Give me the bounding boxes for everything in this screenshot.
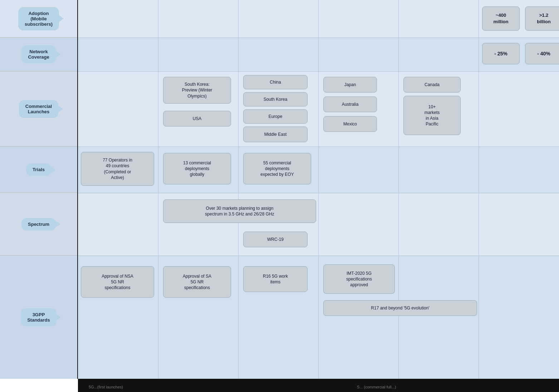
vline-1 — [158, 0, 158, 379]
commercial-europe: Europe — [243, 109, 308, 124]
3gpp-col1: Approval of NSA 5G NR specifications — [81, 266, 154, 298]
sidebar-row-network: Network Coverage — [0, 38, 77, 71]
sidebar-row-adoption: Adoption (Mobile subscribers) — [0, 0, 77, 38]
sidebar-row-3gpp: 3GPP Standards — [0, 255, 77, 379]
commercial-japan: Japan — [323, 77, 377, 93]
sidebar-row-trials: Trials — [0, 147, 77, 193]
hline-4 — [78, 193, 559, 193]
network-25: - 25% — [482, 43, 520, 64]
3gpp-col3: R16 5G work items — [243, 266, 308, 292]
3gpp-label: 3GPP Standards — [21, 308, 57, 326]
timeline-label-1: 5G...(first launches) — [89, 385, 123, 389]
sidebar: Adoption (Mobile subscribers) Network Co… — [0, 0, 78, 379]
spectrum-label: Spectrum — [21, 218, 56, 230]
adoption-1b: >1.2 billion — [525, 6, 559, 31]
hline-1 — [78, 38, 559, 38]
trials-col3: 55 commercial deployments expected by EO… — [243, 153, 311, 184]
timeline-bar: 5G...(first launches) S... (commercial f… — [78, 379, 559, 392]
commercial-south-korea: South Korea — [243, 92, 308, 106]
vline-3 — [318, 0, 319, 379]
adoption-400m: ~400 million — [482, 6, 520, 31]
3gpp-r17: R17 and beyond '5G evolution' — [323, 300, 477, 316]
trials-col1: 77 Operators in 49 countries (Completed … — [81, 152, 154, 186]
trials-label: Trials — [26, 163, 51, 176]
hline-5 — [78, 255, 559, 256]
commercial-sk-preview: South Korea: Preview (Winter Olympics) — [163, 77, 231, 104]
vline-4 — [398, 0, 399, 379]
sidebar-row-commercial: Commercial Launches — [0, 71, 77, 147]
commercial-mexico: Mexico — [323, 116, 377, 132]
spectrum-box1: Over 30 markets planning to assign spect… — [163, 199, 316, 223]
vline-2 — [238, 0, 239, 379]
commercial-middle-east: Middle East — [243, 126, 308, 142]
network-40: - 40% — [525, 43, 559, 64]
commercial-canada: Canada — [403, 77, 461, 93]
commercial-china: China — [243, 75, 308, 89]
commercial-label: Commercial Launches — [19, 100, 58, 118]
timeline-label-2: S... (commercial full...) — [357, 385, 396, 389]
commercial-australia: Australia — [323, 96, 377, 112]
3gpp-imt: IMT-2020 5G specifications approved — [323, 264, 395, 294]
3gpp-col2: Approval of SA 5G NR specifications — [163, 266, 231, 298]
adoption-label: Adoption (Mobile subscribers) — [18, 7, 59, 30]
hline-3 — [78, 147, 559, 147]
commercial-asia-pacific: 10+ markets in Asia Pacific — [403, 96, 461, 135]
main-layout: Adoption (Mobile subscribers) Network Co… — [0, 0, 559, 392]
network-label: Network Coverage — [21, 45, 55, 63]
spectrum-wrc: WRC-19 — [243, 232, 308, 247]
vline-5 — [479, 0, 479, 379]
commercial-usa: USA — [163, 111, 231, 126]
hline-2 — [78, 71, 559, 72]
grid-area: ~400 million >1.2 billion - 25% - 40% So… — [78, 0, 559, 379]
trials-col2: 13 commercial deployments globally — [163, 153, 231, 184]
sidebar-row-spectrum: Spectrum — [0, 193, 77, 255]
